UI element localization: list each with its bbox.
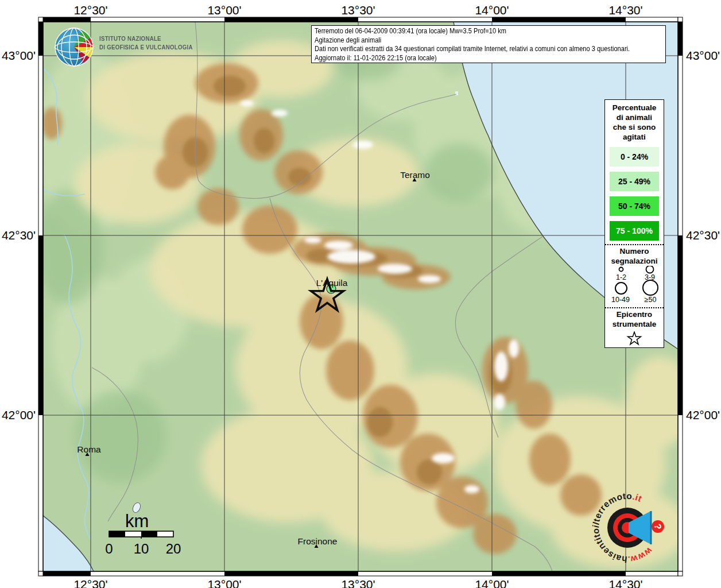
legend-class-50-74: 50 - 74% — [610, 196, 659, 216]
legend-class-75-100: 75 - 100% — [610, 221, 659, 241]
axis-top-4: 14°00' — [475, 3, 509, 17]
data-disclaimer: Dati non verificati estratti da 34 quest… — [315, 45, 666, 54]
signal-label: ≥50 — [645, 296, 657, 304]
scale-unit-label: km — [125, 511, 149, 532]
signal-size-key: 1-2 3-9 10-49 ≥50 — [606, 266, 663, 304]
axis-bottom-3: 13°30' — [341, 578, 375, 588]
haisentitoilterremoto-map-page: ? www.haisentitoilterremoto.it — [0, 0, 721, 588]
axis-left-2: 42°30' — [2, 229, 36, 242]
signal-circle-1-2 — [619, 268, 623, 272]
axis-right-1: 43°00' — [686, 49, 720, 63]
map-terrain: ? www.haisentitoilterremoto.it — [34, 22, 695, 571]
epicenter-title-line: strumentale — [605, 319, 664, 329]
scale-tick-0: 0 — [105, 541, 113, 557]
axis-right-2: 42°30' — [686, 229, 720, 242]
signal-circle-3-9 — [646, 266, 654, 273]
axis-top-1: 12°30' — [73, 3, 107, 17]
city-label-roma: Roma — [77, 444, 100, 455]
signal-label: 10-49 — [611, 296, 630, 304]
legend-class-25-49: 25 - 49% — [610, 172, 659, 191]
legend-divider — [605, 307, 664, 308]
signals-title-line: Numero — [605, 246, 664, 256]
epicenter-star-icon — [626, 331, 643, 347]
legend-title-line: che si sono — [605, 122, 664, 132]
ingv-name-line2: DI GEOFISICA E VULCANOLOGIA — [99, 44, 193, 51]
map-subject: Agitazione degli animali — [315, 36, 666, 45]
scale-bar: km 0 10 20 — [96, 510, 246, 563]
axis-bottom-1: 12°30' — [73, 578, 107, 588]
ingv-logo: ISTITUTO NAZIONALE DI GEOFISICA E VULCAN… — [53, 27, 231, 69]
axis-top-3: 13°30' — [341, 3, 375, 17]
event-info-box: Terremoto del 06-04-2009 00:39:41 (ora l… — [311, 25, 666, 63]
small-reservoir — [455, 91, 458, 95]
axis-bottom-4: 14°00' — [475, 578, 509, 588]
epicenter-title-line: Epicentro — [605, 310, 664, 319]
legend-title-line: di animali — [605, 113, 664, 122]
update-timestamp: Aggiornato il: 11-01-2026 22:15 (ora loc… — [315, 54, 666, 63]
legend-title-line: Percentuale — [605, 103, 664, 113]
scale-tick-10: 10 — [134, 541, 149, 557]
axis-left-3: 42°00' — [2, 408, 36, 422]
event-title: Terremoto del 06-04-2009 00:39:41 (ora l… — [315, 27, 666, 36]
city-label-laquila: L'Aquila — [316, 278, 348, 288]
axis-right-3: 42°00' — [686, 408, 720, 422]
signal-circle-50plus — [643, 280, 658, 295]
city-label-frosinone: Frosinone — [298, 536, 338, 547]
axis-bottom-5: 14°30' — [608, 578, 642, 588]
scale-tick-20: 20 — [166, 541, 181, 557]
signal-label: 1-2 — [616, 273, 626, 281]
signals-title-line: segnalazioni — [605, 256, 664, 266]
ingv-name-line1: ISTITUTO NAZIONALE — [99, 35, 161, 42]
ingv-globe-icon — [53, 27, 95, 67]
legend: Percentuale di animali che si sono agita… — [604, 99, 664, 348]
axis-top-5: 14°30' — [608, 3, 642, 17]
city-label-teramo: Teramo — [400, 170, 430, 180]
axis-left-1: 43°00' — [2, 49, 36, 63]
legend-divider — [605, 244, 664, 245]
axis-bottom-2: 13°00' — [207, 578, 241, 588]
signal-circle-10-49 — [615, 283, 627, 294]
axis-top-2: 13°00' — [207, 3, 241, 17]
legend-title-line: agitati — [605, 132, 664, 142]
scale-bar-graphic — [108, 531, 175, 539]
legend-class-0-24: 0 - 24% — [610, 147, 659, 167]
